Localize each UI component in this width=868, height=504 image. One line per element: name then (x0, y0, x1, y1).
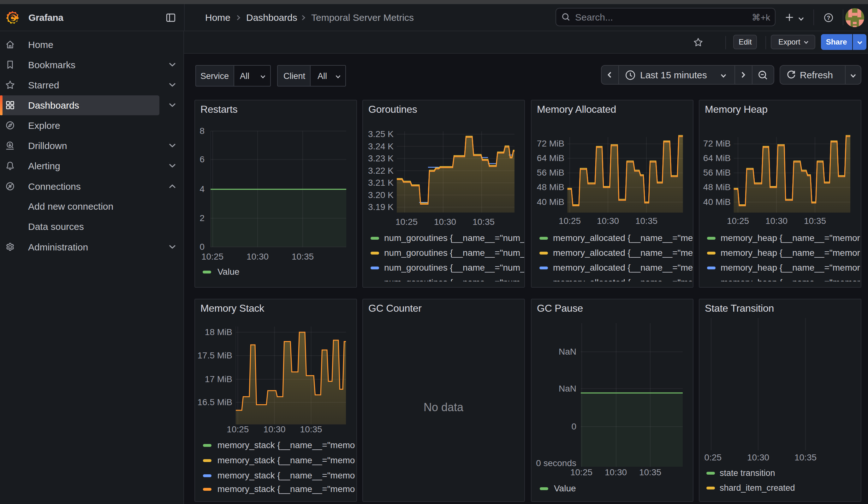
svg-text:?: ? (827, 15, 830, 21)
